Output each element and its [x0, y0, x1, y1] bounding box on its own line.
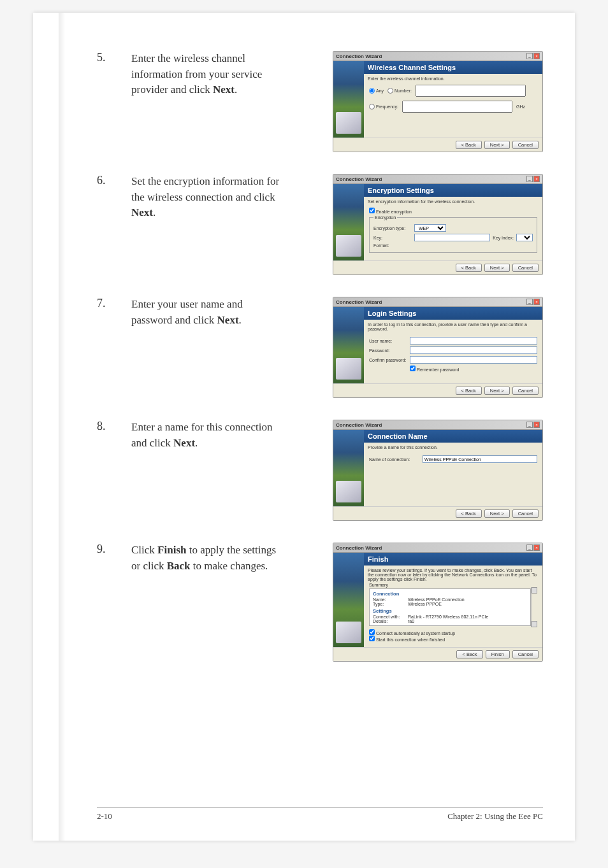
format-label: Format: — [373, 243, 412, 248]
wizard-sidebar-image — [333, 553, 364, 647]
cancel-button[interactable]: Cancel — [512, 264, 539, 272]
back-button[interactable]: < Back — [456, 650, 482, 658]
username-label: User name: — [369, 339, 407, 343]
key-index-select[interactable] — [516, 234, 533, 241]
window-title: Connection Wizard — [336, 545, 382, 551]
scrollbar[interactable] — [531, 587, 537, 627]
step-number: 9. — [97, 543, 116, 556]
settings-heading: Settings — [373, 608, 527, 614]
encryption-type-label: Encryption type: — [373, 226, 412, 231]
encryption-type-select[interactable]: WEP — [414, 224, 446, 232]
key-index-label: Key index: — [493, 236, 514, 240]
connection-name-label: Name of connection: — [369, 457, 420, 462]
wizard-window-step8: Connection Wizard _ × Connection Name Pr… — [333, 420, 543, 521]
radio-frequency[interactable]: Frequency: — [369, 104, 398, 110]
type-value: Wireless PPPOE — [408, 602, 442, 606]
connection-heading: Connection — [373, 591, 527, 597]
step-number: 6. — [97, 174, 116, 187]
minimize-icon[interactable]: _ — [526, 176, 533, 182]
back-button[interactable]: < Back — [456, 509, 482, 518]
back-button[interactable]: < Back — [456, 141, 482, 149]
wizard-sidebar-image — [333, 184, 364, 260]
wizard-window-step7: Connection Wizard _ × Login Settings In … — [333, 297, 543, 398]
window-title: Connection Wizard — [336, 176, 382, 182]
finish-button[interactable]: Finish — [486, 650, 510, 658]
wizard-description: Enter the wireless channel information. — [364, 74, 542, 82]
password-input[interactable] — [410, 346, 537, 354]
auto-connect-checkbox[interactable]: Connect automatically at system startup — [369, 629, 537, 636]
number-input[interactable] — [416, 85, 526, 97]
step-text: Set the encryption information for the w… — [131, 174, 284, 221]
minimize-icon[interactable]: _ — [526, 544, 533, 551]
connect-with-label: Connect with: — [373, 615, 408, 619]
remember-password-checkbox[interactable]: Remember password — [410, 366, 459, 372]
next-button[interactable]: Next > — [484, 509, 510, 518]
confirm-password-label: Confirm password: — [369, 358, 407, 362]
next-button[interactable]: Next > — [484, 387, 510, 395]
wizard-description: In order to log in to this connection, p… — [364, 320, 542, 332]
window-title: Connection Wizard — [336, 53, 382, 59]
close-icon[interactable]: × — [533, 176, 540, 182]
minimize-icon[interactable]: _ — [526, 53, 533, 59]
cancel-button[interactable]: Cancel — [512, 141, 539, 149]
details-value: ra0 — [408, 619, 414, 623]
connect-with-value: RaLink - RT2790 Wireless 802.11n PCIe — [408, 615, 488, 619]
close-icon[interactable]: × — [533, 53, 540, 59]
key-input[interactable] — [414, 234, 490, 241]
back-button[interactable]: < Back — [456, 264, 482, 272]
step-number: 8. — [97, 420, 116, 433]
next-button[interactable]: Next > — [484, 141, 510, 149]
confirm-password-input[interactable] — [410, 356, 537, 364]
wizard-description: Set encryption information for the wirel… — [364, 197, 542, 205]
window-title: Connection Wizard — [336, 299, 382, 305]
chapter-title: Chapter 2: Using the Eee PC — [447, 811, 543, 822]
wizard-banner: Wireless Channel Settings — [364, 61, 542, 74]
close-icon[interactable]: × — [533, 299, 540, 305]
close-icon[interactable]: × — [533, 544, 540, 551]
scroll-down-icon[interactable] — [532, 621, 537, 627]
minimize-icon[interactable]: _ — [526, 299, 533, 305]
ghz-label: GHz — [516, 104, 525, 109]
wizard-sidebar-image — [333, 430, 364, 506]
name-value: Wireless PPPoE Connection — [408, 597, 465, 602]
step-text: Enter a name for this connection and cli… — [131, 420, 284, 451]
back-button[interactable]: < Back — [456, 387, 482, 395]
next-button[interactable]: Next > — [484, 264, 510, 272]
connection-name-input[interactable] — [423, 455, 537, 463]
wizard-window-step6: Connection Wizard _ × Encryption Setting… — [333, 174, 543, 275]
username-input[interactable] — [410, 337, 537, 345]
wizard-window-step9: Connection Wizard _ × Finish Please revi… — [333, 543, 543, 662]
password-label: Password: — [369, 348, 407, 353]
type-label: Type: — [373, 602, 408, 606]
step-number: 7. — [97, 297, 116, 310]
step-text: Click Finish to apply the settings or cl… — [131, 543, 284, 574]
radio-any[interactable]: Any — [369, 88, 384, 94]
key-label: Key: — [373, 236, 412, 240]
details-label: Details: — [373, 619, 408, 623]
scroll-up-icon[interactable] — [532, 587, 537, 594]
close-icon[interactable]: × — [533, 422, 540, 428]
wizard-description: Provide a name for this connection. — [364, 443, 542, 451]
wizard-window-step5: Connection Wizard _ × Wireless Channel S… — [333, 51, 543, 152]
start-connection-checkbox[interactable]: Start this connection when finished — [369, 636, 537, 642]
radio-number[interactable]: Number: — [387, 88, 412, 94]
wizard-sidebar-image — [333, 307, 364, 383]
cancel-button[interactable]: Cancel — [512, 650, 539, 658]
enable-encryption-checkbox[interactable]: Enable encryption — [369, 210, 412, 214]
step-number: 5. — [97, 51, 116, 64]
wizard-description: Please review your settings. If you want… — [364, 566, 542, 583]
cancel-button[interactable]: Cancel — [512, 509, 539, 518]
wizard-sidebar-image — [333, 61, 364, 138]
frequency-input[interactable] — [402, 101, 512, 113]
wizard-banner: Connection Name — [364, 430, 542, 443]
wizard-banner: Login Settings — [364, 307, 542, 320]
step-text: Enter your user name and password and cl… — [131, 297, 284, 328]
encryption-group: Encryption — [373, 215, 397, 220]
page-number: 2-10 — [97, 811, 112, 822]
cancel-button[interactable]: Cancel — [512, 387, 539, 395]
wizard-banner: Encryption Settings — [364, 184, 542, 197]
wizard-banner: Finish — [364, 553, 542, 566]
window-title: Connection Wizard — [336, 422, 382, 428]
step-text: Enter the wireless channel information f… — [131, 51, 284, 98]
minimize-icon[interactable]: _ — [526, 422, 533, 428]
